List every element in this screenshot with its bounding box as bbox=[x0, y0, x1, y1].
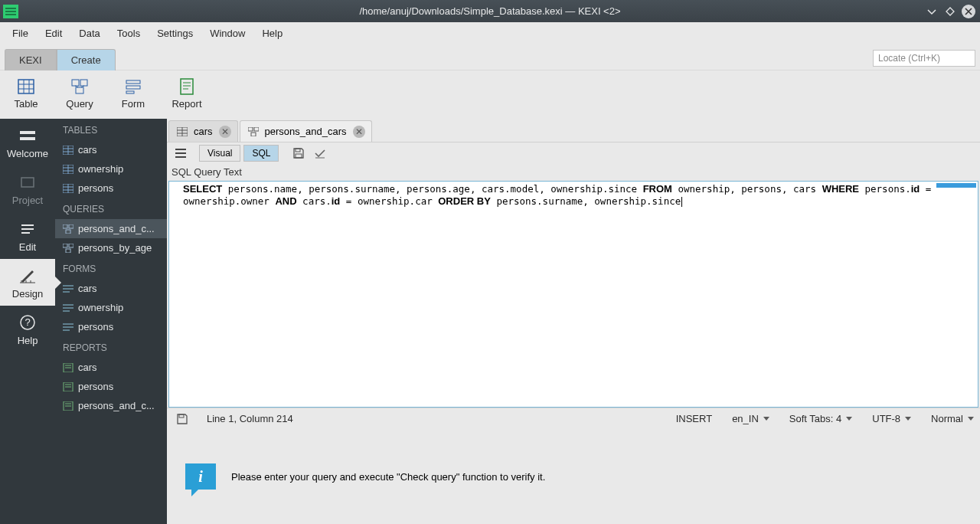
tree-item-label: persons bbox=[78, 321, 113, 332]
sql-label: SQL Query Text bbox=[167, 163, 980, 181]
tree-form-item[interactable]: cars bbox=[55, 279, 167, 298]
tree-item-label: persons_and_c... bbox=[78, 223, 155, 234]
view-visual-button[interactable]: Visual bbox=[199, 145, 240, 162]
check-query-icon[interactable] bbox=[311, 145, 329, 162]
view-sql-button[interactable]: SQL bbox=[243, 145, 279, 162]
toolbar-form-label: Form bbox=[122, 98, 145, 110]
tree-item-label: cars bbox=[78, 283, 97, 294]
tree-query-item[interactable]: persons_by_age bbox=[55, 238, 167, 257]
tab-create[interactable]: Create bbox=[57, 49, 116, 70]
report-icon bbox=[63, 363, 74, 372]
minimize-button[interactable] bbox=[925, 5, 939, 18]
titlebar: /home/anuj/Downloads/Simple_Database.kex… bbox=[0, 0, 980, 22]
mode-edit[interactable]: Edit bbox=[0, 212, 55, 259]
locate-input[interactable]: Locate (Ctrl+K) bbox=[873, 50, 975, 67]
mode-edit-label: Edit bbox=[19, 241, 36, 253]
svg-rect-42 bbox=[69, 224, 74, 228]
mode-project[interactable]: Project bbox=[0, 165, 55, 212]
save-icon[interactable] bbox=[173, 411, 191, 427]
tree-item-label: ownership bbox=[78, 163, 123, 175]
menu-data[interactable]: Data bbox=[71, 25, 107, 42]
tree-table-item[interactable]: cars bbox=[55, 140, 167, 159]
menu-help[interactable]: Help bbox=[254, 25, 290, 42]
status-tabs[interactable]: Soft Tabs: 4 bbox=[789, 413, 852, 424]
save-icon[interactable] bbox=[289, 145, 308, 162]
edit-icon bbox=[18, 220, 37, 238]
maximize-button[interactable] bbox=[943, 5, 957, 18]
doc-tab-cars[interactable]: cars ✕ bbox=[168, 120, 238, 142]
report-icon bbox=[63, 382, 74, 391]
svg-rect-11 bbox=[126, 86, 140, 89]
mode-welcome-label: Welcome bbox=[7, 148, 48, 159]
tree-item-label: persons bbox=[78, 381, 113, 392]
tree-report-item[interactable]: cars bbox=[55, 358, 167, 377]
mode-welcome[interactable]: Welcome bbox=[0, 119, 55, 165]
form-icon bbox=[63, 323, 74, 332]
menu-settings[interactable]: Settings bbox=[149, 25, 201, 42]
sql-editor[interactable]: SELECT persons.name, persons.surname, pe… bbox=[168, 181, 978, 408]
close-icon[interactable]: ✕ bbox=[219, 126, 231, 138]
svg-rect-44 bbox=[63, 244, 67, 247]
status-encoding[interactable]: UTF-8 bbox=[872, 413, 911, 424]
toolbar-query[interactable]: Query bbox=[61, 78, 98, 110]
tree-report-item[interactable]: persons_and_c... bbox=[55, 396, 167, 415]
menu-file[interactable]: File bbox=[5, 25, 36, 42]
tree-form-item[interactable]: ownership bbox=[55, 298, 167, 317]
mode-design[interactable]: Design bbox=[0, 259, 55, 306]
close-button[interactable] bbox=[962, 5, 975, 18]
tree-report-item[interactable]: persons bbox=[55, 377, 167, 396]
svg-rect-18 bbox=[20, 137, 35, 140]
mode-help[interactable]: ? Help bbox=[0, 306, 55, 352]
svg-rect-70 bbox=[254, 127, 259, 131]
main-tab-row: KEXI Create Locate (Ctrl+K) bbox=[0, 44, 980, 70]
help-icon: ? bbox=[18, 313, 37, 332]
table-icon bbox=[63, 146, 74, 155]
toolbar-table[interactable]: Table bbox=[8, 78, 44, 110]
tree-item-label: cars bbox=[78, 144, 97, 156]
welcome-icon bbox=[18, 126, 37, 145]
table-icon bbox=[18, 78, 34, 95]
status-mode[interactable]: Normal bbox=[931, 413, 974, 424]
document-tabs: cars ✕ persons_and_cars ✕ bbox=[167, 119, 980, 142]
table-icon bbox=[177, 127, 188, 136]
hamburger-icon[interactable] bbox=[172, 145, 190, 162]
svg-rect-0 bbox=[18, 80, 34, 93]
chevron-down-icon bbox=[846, 417, 852, 421]
status-locale[interactable]: en_IN bbox=[732, 413, 769, 424]
toolbar-query-label: Query bbox=[66, 98, 93, 110]
doc-tab-label: persons_and_cars bbox=[265, 126, 347, 137]
toolbar-form[interactable]: Form bbox=[115, 78, 152, 110]
menubar: File Edit Data Tools Settings Window Hel… bbox=[0, 22, 980, 44]
sql-text-content: SELECT persons.name, persons.surname, pe… bbox=[169, 182, 978, 209]
design-icon bbox=[18, 267, 37, 285]
close-icon[interactable]: ✕ bbox=[353, 126, 365, 138]
tree-table-item[interactable]: ownership bbox=[55, 159, 167, 178]
menu-tools[interactable]: Tools bbox=[109, 25, 148, 42]
tree-form-item[interactable]: persons bbox=[55, 317, 167, 336]
table-icon bbox=[63, 165, 74, 174]
doc-tab-persons-and-cars[interactable]: persons_and_cars ✕ bbox=[240, 120, 372, 142]
tab-kexi[interactable]: KEXI bbox=[5, 49, 57, 70]
tree-query-item[interactable]: persons_and_c... bbox=[55, 219, 167, 238]
report-icon bbox=[178, 78, 195, 95]
query-icon bbox=[63, 224, 74, 234]
toolbar-table-label: Table bbox=[14, 98, 38, 110]
svg-rect-5 bbox=[72, 80, 79, 86]
tree-item-label: persons bbox=[78, 182, 113, 194]
tree-item-label: ownership bbox=[78, 302, 123, 313]
status-position[interactable]: Line 1, Column 214 bbox=[207, 413, 293, 424]
chevron-down-icon bbox=[905, 417, 911, 421]
mode-sidebar: Welcome Project Edit Design ? Help bbox=[0, 119, 55, 524]
svg-rect-17 bbox=[20, 131, 35, 134]
menu-edit[interactable]: Edit bbox=[38, 25, 70, 42]
tree-item-label: cars bbox=[78, 362, 97, 373]
status-insert[interactable]: INSERT bbox=[676, 413, 712, 424]
table-icon bbox=[63, 184, 74, 193]
svg-rect-7 bbox=[76, 87, 83, 93]
toolbar-report[interactable]: Report bbox=[168, 78, 205, 110]
project-tree: TABLES cars ownership persons QUERIES pe… bbox=[55, 119, 167, 524]
form-icon bbox=[125, 78, 142, 95]
status-encoding-label: UTF-8 bbox=[872, 413, 900, 424]
menu-window[interactable]: Window bbox=[202, 25, 253, 42]
tree-table-item[interactable]: persons bbox=[55, 178, 167, 198]
